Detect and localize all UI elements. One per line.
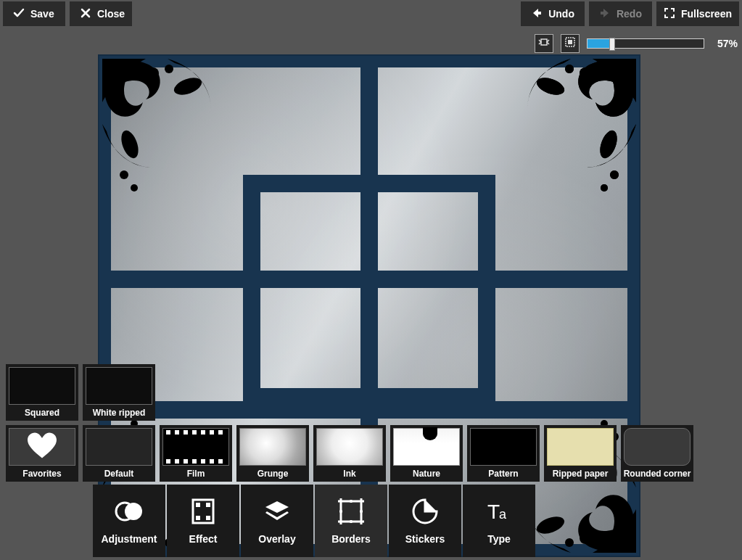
border-tile-label: Film [187,469,205,479]
svg-rect-0 [537,12,541,15]
topbar-spacer [136,1,516,26]
border-thumb [470,428,537,466]
close-label: Close [97,8,125,20]
redo-button[interactable]: Redo [589,1,652,26]
fullscreen-label: Fullscreen [681,8,732,20]
svg-point-16 [601,184,608,192]
zoom-slider[interactable] [587,38,704,49]
border-thumb [9,367,75,405]
border-tile-label: Favorites [22,469,61,479]
tool-type[interactable]: Ta Type [463,485,535,557]
border-tile-film[interactable]: Film [160,425,232,482]
border-thumb [86,428,152,466]
svg-point-12 [565,65,574,73]
border-tile-ink[interactable]: Ink [313,425,386,482]
border-tile-ripped-paper[interactable]: Ripped paper [544,425,617,482]
tool-category-bar: Adjustment Effect Overlay [93,485,535,557]
svg-point-24 [565,538,574,547]
arrow-right-icon [599,7,611,21]
svg-rect-35 [206,516,210,520]
tool-label: Adjustment [102,533,157,545]
border-tile-label: Rounded corner [624,469,691,479]
svg-rect-32 [196,503,200,507]
tool-effect[interactable]: Effect [167,485,239,557]
border-style-panel: Squared White ripped Favorites Default [6,364,693,482]
border-thumb [162,428,229,466]
ornament-corner [491,59,636,204]
borders-icon [337,497,366,526]
border-tile-white-ripped[interactable]: White ripped [83,364,155,421]
svg-point-15 [610,170,619,179]
tool-borders[interactable]: Borders [315,485,387,557]
save-button[interactable]: Save [3,1,65,26]
actual-size-button[interactable] [561,34,580,53]
svg-point-5 [147,67,159,79]
border-tile-label: Grunge [257,469,289,479]
svg-rect-34 [206,503,210,507]
adjustment-icon [115,497,144,526]
undo-label: Undo [548,8,574,20]
svg-rect-33 [196,516,200,520]
svg-rect-36 [341,501,361,522]
tool-label: Effect [189,533,218,545]
undo-button[interactable]: Undo [521,1,585,26]
fullscreen-button[interactable]: Fullscreen [656,1,739,26]
border-tile-label: Ripped paper [553,469,609,479]
zoom-slider-thumb[interactable] [609,38,615,51]
type-icon: Ta [485,497,514,526]
redo-label: Redo [617,8,642,20]
border-tile-nature[interactable]: Nature [390,425,463,482]
heart-icon [28,432,57,461]
border-thumb [547,428,614,466]
svg-point-9 [120,170,128,179]
svg-rect-1 [601,12,605,15]
tool-label: Borders [331,533,371,545]
border-tile-squared[interactable]: Squared [6,364,78,421]
svg-rect-2 [541,39,547,45]
tool-label: Type [487,533,511,545]
close-button[interactable]: Close [70,1,132,26]
border-tile-label: Pattern [488,469,518,479]
svg-point-23 [580,532,591,544]
check-icon [13,7,25,21]
border-thumb [624,428,691,466]
tool-stickers[interactable]: Stickers [389,485,461,557]
border-tile-label: White ripped [93,408,146,418]
border-thumb [393,428,460,466]
border-tile-label: Nature [413,469,440,479]
border-tile-favorites[interactable]: Favorites [6,425,78,482]
svg-point-10 [131,184,138,192]
arrow-left-icon [531,7,543,21]
overlay-icon [263,497,292,526]
border-tile-label: Squared [25,408,59,418]
effect-icon [189,497,218,526]
svg-point-11 [580,67,591,79]
fullscreen-icon [664,7,675,21]
tool-overlay[interactable]: Overlay [241,485,313,557]
editor-canvas[interactable] [98,54,640,557]
border-style-row-categories: Favorites Default Film Grunge Ink Nature [6,425,693,482]
fit-screen-icon [538,36,550,51]
border-tile-rounded-corner[interactable]: Rounded corner [621,425,693,482]
actual-size-icon [564,36,576,51]
topbar: Save Close Undo Redo [3,1,739,26]
border-tile-default[interactable]: Default [83,425,155,482]
close-icon [80,7,91,21]
tool-label: Stickers [405,533,445,545]
svg-rect-4 [568,40,572,44]
tool-adjustment[interactable]: Adjustment [93,485,165,557]
border-thumb [86,367,152,405]
border-tile-grunge[interactable]: Grunge [236,425,309,482]
border-tile-label: Ink [343,469,355,479]
border-tile-label: Default [104,469,134,479]
border-thumb [9,428,75,466]
svg-point-30 [125,503,142,520]
ornament-corner [102,59,247,204]
zoom-percent-label: 57% [712,38,738,49]
border-tile-pattern[interactable]: Pattern [467,425,540,482]
tool-label: Overlay [258,533,295,545]
svg-point-6 [165,65,173,73]
app-root: Save Close Undo Redo [0,0,742,560]
fit-screen-button[interactable] [535,34,553,53]
save-label: Save [30,8,54,20]
